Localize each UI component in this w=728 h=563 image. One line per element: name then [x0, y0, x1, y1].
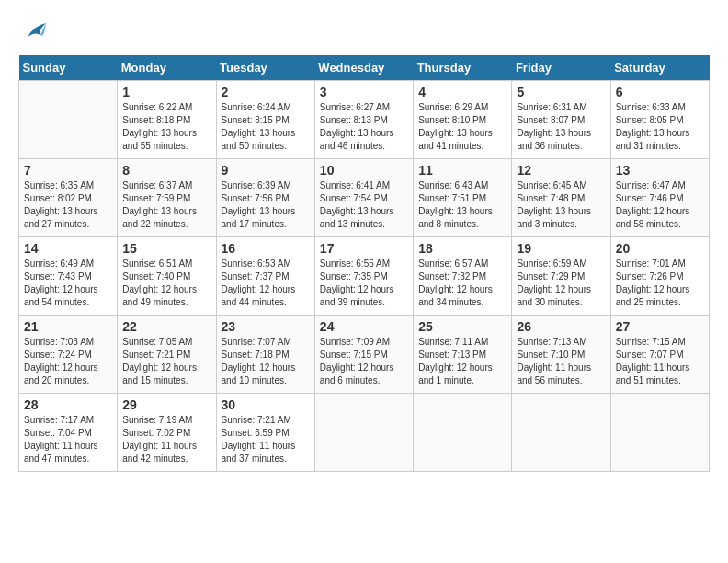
- calendar-cell: [19, 81, 118, 159]
- day-info: Sunrise: 6:41 AMSunset: 7:54 PMDaylight:…: [320, 179, 408, 231]
- day-info: Sunrise: 6:53 AMSunset: 7:37 PMDaylight:…: [222, 258, 310, 309]
- day-number: 27: [616, 319, 704, 334]
- day-number: 1: [122, 85, 210, 99]
- week-row-2: 7 Sunrise: 6:35 AMSunset: 8:02 PMDayligh…: [19, 159, 710, 237]
- week-row-5: 28 Sunrise: 7:17 AMSunset: 7:04 PMDaylig…: [19, 394, 710, 472]
- day-number: 16: [222, 241, 310, 256]
- calendar-table: SundayMondayTuesdayWednesdayThursdayFrid…: [18, 55, 710, 472]
- calendar-cell: 3 Sunrise: 6:27 AMSunset: 8:13 PMDayligh…: [314, 81, 413, 159]
- day-info: Sunrise: 7:21 AMSunset: 6:59 PMDaylight:…: [222, 414, 310, 465]
- day-number: 26: [517, 319, 605, 334]
- day-number: 5: [517, 85, 605, 99]
- day-number: 8: [122, 163, 210, 178]
- day-info: Sunrise: 6:27 AMSunset: 8:13 PMDaylight:…: [320, 101, 408, 153]
- calendar-cell: 29 Sunrise: 7:19 AMSunset: 7:02 PMDaylig…: [118, 394, 216, 472]
- day-number: 3: [320, 85, 408, 99]
- weekday-header-row: SundayMondayTuesdayWednesdayThursdayFrid…: [19, 55, 710, 81]
- day-info: Sunrise: 7:07 AMSunset: 7:18 PMDaylight:…: [222, 336, 310, 387]
- calendar-cell: 23 Sunrise: 7:07 AMSunset: 7:18 PMDaylig…: [216, 316, 314, 394]
- calendar-cell: 6 Sunrise: 6:33 AMSunset: 8:05 PMDayligh…: [610, 81, 709, 159]
- weekday-header-wednesday: Wednesday: [314, 55, 413, 81]
- day-info: Sunrise: 7:17 AMSunset: 7:04 PMDaylight:…: [24, 414, 112, 465]
- day-info: Sunrise: 6:35 AMSunset: 8:02 PMDaylight:…: [24, 179, 112, 231]
- day-info: Sunrise: 7:19 AMSunset: 7:02 PMDaylight:…: [122, 414, 210, 465]
- day-info: Sunrise: 6:55 AMSunset: 7:35 PMDaylight:…: [320, 258, 408, 309]
- day-number: 7: [24, 163, 112, 178]
- week-row-4: 21 Sunrise: 7:03 AMSunset: 7:24 PMDaylig…: [19, 316, 710, 394]
- day-number: 28: [24, 397, 112, 412]
- calendar-cell: 13 Sunrise: 6:47 AMSunset: 7:46 PMDaylig…: [610, 159, 709, 237]
- logo-icon: [20, 18, 48, 46]
- calendar-cell: 7 Sunrise: 6:35 AMSunset: 8:02 PMDayligh…: [19, 159, 118, 237]
- day-number: 12: [517, 163, 605, 178]
- day-number: 6: [616, 85, 704, 99]
- weekday-header-friday: Friday: [512, 55, 610, 81]
- calendar-cell: 25 Sunrise: 7:11 AMSunset: 7:13 PMDaylig…: [414, 316, 512, 394]
- day-info: Sunrise: 6:45 AMSunset: 7:48 PMDaylight:…: [517, 179, 605, 231]
- day-number: 23: [222, 319, 310, 334]
- calendar-cell: 20 Sunrise: 7:01 AMSunset: 7:26 PMDaylig…: [610, 237, 709, 316]
- day-info: Sunrise: 6:57 AMSunset: 7:32 PMDaylight:…: [418, 258, 506, 309]
- day-info: Sunrise: 6:22 AMSunset: 8:18 PMDaylight:…: [122, 101, 210, 153]
- logo: [18, 18, 48, 46]
- calendar-cell: 19 Sunrise: 6:59 AMSunset: 7:29 PMDaylig…: [512, 237, 610, 316]
- weekday-header-sunday: Sunday: [19, 55, 118, 81]
- day-number: 2: [222, 85, 310, 99]
- calendar-cell: 28 Sunrise: 7:17 AMSunset: 7:04 PMDaylig…: [19, 394, 118, 472]
- day-number: 13: [616, 163, 704, 178]
- day-info: Sunrise: 6:39 AMSunset: 7:56 PMDaylight:…: [222, 179, 310, 231]
- day-number: 4: [418, 85, 506, 99]
- day-number: 19: [517, 241, 605, 256]
- weekday-header-saturday: Saturday: [610, 55, 709, 81]
- day-info: Sunrise: 7:09 AMSunset: 7:15 PMDaylight:…: [320, 336, 408, 387]
- day-number: 25: [418, 319, 506, 334]
- day-info: Sunrise: 6:51 AMSunset: 7:40 PMDaylight:…: [122, 258, 210, 309]
- day-number: 10: [320, 163, 408, 178]
- calendar-cell: [610, 394, 709, 472]
- weekday-header-tuesday: Tuesday: [216, 55, 314, 81]
- day-number: 17: [320, 241, 408, 256]
- page-header: [18, 18, 710, 46]
- calendar-cell: 1 Sunrise: 6:22 AMSunset: 8:18 PMDayligh…: [118, 81, 216, 159]
- day-info: Sunrise: 7:15 AMSunset: 7:07 PMDaylight:…: [616, 336, 704, 387]
- calendar-cell: 12 Sunrise: 6:45 AMSunset: 7:48 PMDaylig…: [512, 159, 610, 237]
- weekday-header-thursday: Thursday: [414, 55, 512, 81]
- calendar-cell: 11 Sunrise: 6:43 AMSunset: 7:51 PMDaylig…: [414, 159, 512, 237]
- calendar-cell: 26 Sunrise: 7:13 AMSunset: 7:10 PMDaylig…: [512, 316, 610, 394]
- day-number: 9: [222, 163, 310, 178]
- calendar-cell: 9 Sunrise: 6:39 AMSunset: 7:56 PMDayligh…: [216, 159, 314, 237]
- day-number: 22: [122, 319, 210, 334]
- day-number: 24: [320, 319, 408, 334]
- calendar-cell: 21 Sunrise: 7:03 AMSunset: 7:24 PMDaylig…: [19, 316, 118, 394]
- calendar-cell: 8 Sunrise: 6:37 AMSunset: 7:59 PMDayligh…: [118, 159, 216, 237]
- calendar-cell: 14 Sunrise: 6:49 AMSunset: 7:43 PMDaylig…: [19, 237, 118, 316]
- day-info: Sunrise: 6:29 AMSunset: 8:10 PMDaylight:…: [418, 101, 506, 153]
- day-info: Sunrise: 6:37 AMSunset: 7:59 PMDaylight:…: [122, 179, 210, 231]
- calendar-cell: [314, 394, 413, 472]
- day-info: Sunrise: 6:43 AMSunset: 7:51 PMDaylight:…: [418, 179, 506, 231]
- day-number: 15: [122, 241, 210, 256]
- day-number: 18: [418, 241, 506, 256]
- calendar-cell: 30 Sunrise: 7:21 AMSunset: 6:59 PMDaylig…: [216, 394, 314, 472]
- calendar-cell: 17 Sunrise: 6:55 AMSunset: 7:35 PMDaylig…: [314, 237, 413, 316]
- day-number: 11: [418, 163, 506, 178]
- calendar-cell: 2 Sunrise: 6:24 AMSunset: 8:15 PMDayligh…: [216, 81, 314, 159]
- day-info: Sunrise: 6:24 AMSunset: 8:15 PMDaylight:…: [222, 101, 310, 153]
- day-info: Sunrise: 6:47 AMSunset: 7:46 PMDaylight:…: [616, 179, 704, 231]
- day-info: Sunrise: 7:13 AMSunset: 7:10 PMDaylight:…: [517, 336, 605, 387]
- calendar-cell: 16 Sunrise: 6:53 AMSunset: 7:37 PMDaylig…: [216, 237, 314, 316]
- day-info: Sunrise: 6:49 AMSunset: 7:43 PMDaylight:…: [24, 258, 112, 309]
- day-number: 29: [122, 397, 210, 412]
- day-number: 30: [222, 397, 310, 412]
- weekday-header-monday: Monday: [118, 55, 216, 81]
- calendar-cell: 4 Sunrise: 6:29 AMSunset: 8:10 PMDayligh…: [414, 81, 512, 159]
- calendar-cell: 10 Sunrise: 6:41 AMSunset: 7:54 PMDaylig…: [314, 159, 413, 237]
- calendar-cell: [414, 394, 512, 472]
- day-info: Sunrise: 7:05 AMSunset: 7:21 PMDaylight:…: [122, 336, 210, 387]
- calendar-cell: 5 Sunrise: 6:31 AMSunset: 8:07 PMDayligh…: [512, 81, 610, 159]
- day-info: Sunrise: 7:11 AMSunset: 7:13 PMDaylight:…: [418, 336, 506, 387]
- day-info: Sunrise: 6:59 AMSunset: 7:29 PMDaylight:…: [517, 258, 605, 309]
- day-info: Sunrise: 6:31 AMSunset: 8:07 PMDaylight:…: [517, 101, 605, 153]
- calendar-cell: 27 Sunrise: 7:15 AMSunset: 7:07 PMDaylig…: [610, 316, 709, 394]
- calendar-cell: 24 Sunrise: 7:09 AMSunset: 7:15 PMDaylig…: [314, 316, 413, 394]
